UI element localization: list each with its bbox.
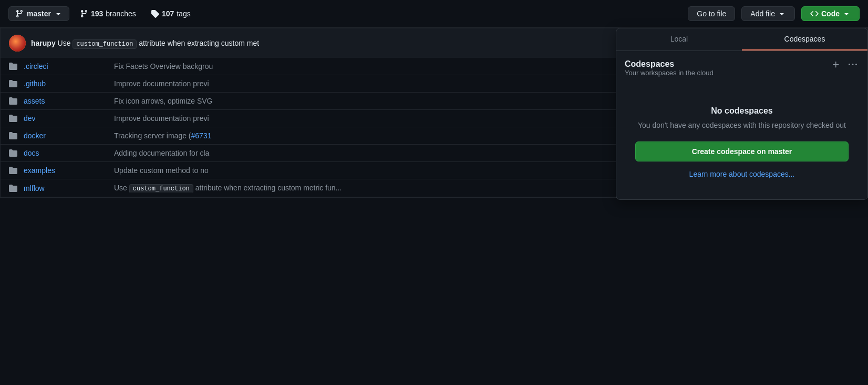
commit-author: harupy — [31, 39, 56, 47]
folder-icon — [9, 79, 17, 88]
folder-icon — [9, 149, 17, 157]
folder-icon — [9, 62, 17, 70]
avatar-image — [9, 35, 26, 52]
tags-link[interactable]: 107 tags — [147, 7, 195, 21]
no-codespaces-section: No codespaces You don't have any codespa… — [625, 89, 859, 191]
avatar — [9, 35, 26, 52]
commit-message: harupy Use custom_function attribute whe… — [31, 39, 259, 48]
branch-icon — [15, 9, 24, 18]
pr-link[interactable]: #6731 — [191, 131, 212, 140]
add-file-chevron-icon — [778, 9, 786, 18]
main-content: harupy Use custom_function attribute whe… — [0, 28, 868, 198]
branches-count: 193 — [91, 9, 103, 18]
panel-body: Codespaces Your workspaces in the cloud … — [616, 51, 867, 199]
file-name[interactable]: .github — [24, 79, 108, 88]
branch-selector-button[interactable]: master — [8, 6, 69, 21]
code-chevron-icon — [842, 9, 851, 18]
tags-count: 107 — [162, 9, 174, 18]
branches-icon — [80, 9, 88, 18]
code-icon — [810, 9, 819, 18]
folder-icon — [9, 166, 17, 175]
branches-label: branches — [106, 9, 136, 18]
code-button[interactable]: Code — [801, 6, 860, 21]
codespaces-title: Codespaces — [625, 59, 714, 69]
commit-msg-prefix: Use — [58, 39, 73, 47]
create-codespace-button[interactable]: Create codespace on master — [635, 141, 849, 161]
tab-codespaces[interactable]: Codespaces — [742, 28, 867, 50]
branch-label: master — [27, 9, 51, 18]
commit-msg-suffix: attribute when extracting custom met — [139, 39, 259, 47]
branches-link[interactable]: 193 branches — [76, 7, 140, 21]
file-name[interactable]: mlflow — [24, 184, 108, 192]
add-codespace-button[interactable] — [830, 59, 842, 70]
tag-icon — [151, 9, 159, 18]
folder-icon — [9, 114, 17, 123]
codespaces-section-header: Codespaces Your workspaces in the cloud — [625, 59, 859, 87]
panel-actions — [830, 59, 859, 70]
commit-code-badge: custom_function — [73, 39, 137, 49]
mlflow-code-badge: custom_function — [129, 184, 193, 192]
tags-label: tags — [177, 9, 190, 18]
plus-icon — [832, 60, 840, 69]
folder-icon — [9, 184, 17, 192]
file-name[interactable]: docker — [24, 131, 108, 140]
no-codespaces-text: You don't have any codespaces with this … — [635, 120, 849, 131]
learn-more-link[interactable]: Learn more about codespaces... — [689, 170, 795, 178]
panel-tabs: Local Codespaces — [616, 28, 867, 51]
no-codespaces-title: No codespaces — [635, 106, 849, 116]
file-name[interactable]: .circleci — [24, 62, 108, 70]
code-dropdown-panel: Local Codespaces Codespaces Your workspa… — [616, 28, 868, 200]
folder-icon — [9, 131, 17, 140]
more-options-button[interactable] — [846, 59, 859, 70]
more-icon — [849, 60, 857, 69]
tab-local[interactable]: Local — [616, 28, 742, 50]
chevron-down-icon — [54, 9, 63, 18]
file-name[interactable]: examples — [24, 166, 108, 175]
toolbar: master 193 branches 107 tags Go to file … — [0, 0, 868, 28]
go-to-file-button[interactable]: Go to file — [688, 6, 735, 21]
codespaces-subtitle: Your workspaces in the cloud — [625, 69, 714, 77]
file-name[interactable]: docs — [24, 149, 108, 157]
folder-icon — [9, 97, 17, 105]
file-name[interactable]: assets — [24, 97, 108, 105]
add-file-button[interactable]: Add file — [741, 6, 795, 21]
file-name[interactable]: dev — [24, 114, 108, 123]
codespaces-title-group: Codespaces Your workspaces in the cloud — [625, 59, 714, 87]
